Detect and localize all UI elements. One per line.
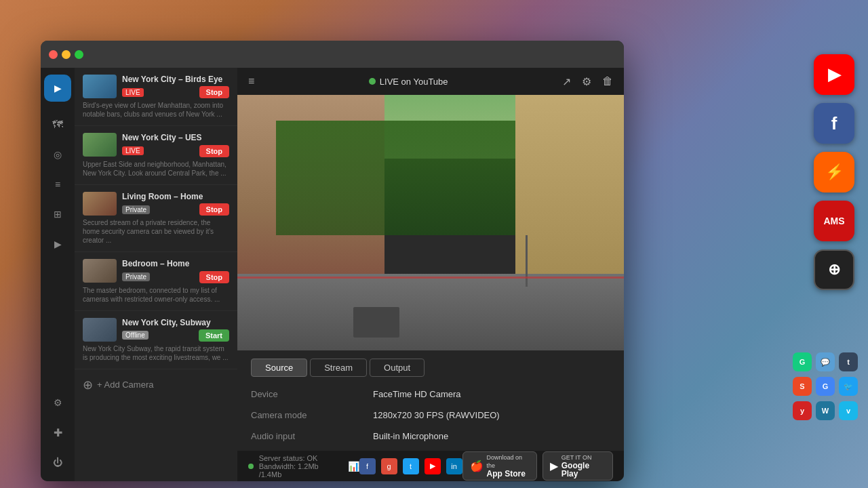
bandwidth-label: Bandwidth: 1.2Mb /1.4Mb (259, 462, 340, 479)
settings-button[interactable]: ⚙ (582, 75, 591, 88)
mini-icons-row-1: G 💬 t (793, 352, 858, 371)
top-bar-left: ≡ (248, 75, 254, 87)
bottom-panel: Source Stream Output Device FaceTime HD … (237, 350, 624, 451)
tab-source[interactable]: Source (251, 359, 307, 377)
target-desktop-icon[interactable]: ⊕ (814, 249, 854, 290)
ams-desktop-icon[interactable]: AMS (814, 201, 854, 241)
app-store-text: Download on the App Store (487, 454, 530, 478)
top-bar-actions: ↗ ⚙ 🗑 (562, 75, 613, 88)
camera-status-5: Offline (122, 331, 149, 340)
app-store-name: App Store (487, 470, 530, 478)
bandwidth-icon: 📊 (348, 461, 359, 472)
google-play-badge[interactable]: ▶ GET IT ON Google Play (542, 451, 613, 481)
sidebar-item-location[interactable]: ◎ (45, 142, 70, 167)
app-store-badge[interactable]: 🍎 Download on the App Store (462, 451, 537, 481)
close-button[interactable] (49, 50, 58, 59)
sidebar-item-map[interactable]: 🗺 (45, 113, 70, 137)
sidebar-logo[interactable]: ▶ (44, 75, 71, 102)
audio-input-label: Audio input (251, 430, 373, 443)
footer-twitter-icon[interactable]: t (403, 458, 419, 474)
camera-info-4: Bedroom – Home Private Stop (122, 259, 229, 283)
settings-icon: ⚙ (54, 397, 62, 408)
camera-desc-3: Secured stream of a private residence, t… (83, 218, 229, 245)
camera-title-5: New York City, Subway (122, 318, 229, 327)
camera-title-4: Bedroom – Home (122, 259, 229, 268)
accent-bar (237, 277, 624, 279)
footer-left: Server status: OK Bandwidth: 1.2Mb /1.4M… (248, 454, 359, 479)
camera-stop-btn-3[interactable]: Stop (199, 203, 229, 216)
camera-mode-value: 868x488 30 FPS (RAWVIDEO) (373, 409, 610, 422)
add-camera-icon: ⊕ (83, 378, 93, 392)
camera-status-row-4: Private Stop (122, 271, 229, 283)
camera-item-top-2: New York City – UES LIVE Stop (83, 133, 229, 157)
facebook-icon: f (831, 113, 837, 134)
grammarly-icon[interactable]: G (793, 352, 812, 371)
street (237, 274, 624, 350)
map-icon: 🗺 (52, 119, 63, 131)
sidebar-item-broadcast[interactable]: ▶ (45, 232, 70, 256)
camera-item-top-1: New York City – Birds Eye LIVE Stop (83, 75, 229, 98)
app-window: ▶ 🗺 ◎ ≡ ⊞ ▶ ⚙ ✚ (41, 41, 624, 481)
mini-icons-group: G 💬 t S G 🐦 y W v (793, 352, 858, 420)
facebook-desktop-icon[interactable]: f (814, 103, 854, 144)
yelp-icon[interactable]: y (793, 401, 812, 420)
stumble-icon[interactable]: S (793, 377, 812, 396)
camera-thumb-4 (83, 259, 117, 283)
sidebar-item-list[interactable]: ≡ (45, 172, 70, 197)
camera-stop-btn-4[interactable]: Stop (199, 271, 229, 283)
youtube-desktop-icon[interactable]: ▶ (814, 54, 854, 95)
share-button[interactable]: ↗ (562, 75, 571, 88)
vimeo-icon[interactable]: v (839, 401, 858, 420)
menu-icon: ≡ (248, 75, 254, 87)
broadcast-icon: ▶ (54, 239, 62, 249)
list-icon: ≡ (55, 179, 60, 190)
camera-item-1[interactable]: New York City – Birds Eye LIVE Stop Bird… (75, 68, 237, 126)
camera-item-5[interactable]: New York City, Subway Offline Start New … (75, 311, 237, 369)
camera-status-3: Private (122, 205, 150, 214)
live-indicator: LIVE on YouTube (369, 77, 448, 87)
minimize-button[interactable] (62, 50, 71, 59)
camera-thumb-1 (83, 75, 117, 98)
twitter-mini-icon[interactable]: 🐦 (839, 377, 858, 396)
camera-stop-btn-2[interactable]: Stop (199, 145, 229, 157)
app-store-sublabel: Download on the (487, 454, 530, 470)
camera-status-row-2: LIVE Stop (122, 145, 229, 157)
footer-linkedin-icon[interactable]: in (446, 458, 462, 474)
window-buttons (49, 50, 83, 59)
sidebar-item-add[interactable]: ✚ (45, 420, 70, 445)
message-icon[interactable]: 💬 (816, 352, 835, 371)
camera-thumb-2 (83, 133, 117, 157)
camera-status-row-1: LIVE Stop (122, 86, 229, 98)
google-icon[interactable]: G (816, 377, 835, 396)
camera-item-3[interactable]: Living Room – Home Private Stop Secured … (75, 185, 237, 252)
audio-input-value: Built-in Microphone (373, 430, 610, 443)
delete-button[interactable]: 🗑 (602, 75, 613, 87)
add-camera-button[interactable]: ⊕ + Add Camera (75, 369, 237, 401)
camera-start-btn-5[interactable]: Start (199, 329, 229, 342)
sidebar-item-grid[interactable]: ⊞ (45, 202, 70, 226)
title-bar (41, 41, 624, 68)
thunder-desktop-icon[interactable]: ⚡ (814, 152, 854, 192)
camera-desc-2: Upper East Side and neighborhood, Manhat… (83, 160, 229, 178)
footer-google-icon[interactable]: g (381, 458, 397, 474)
sidebar: ▶ 🗺 ◎ ≡ ⊞ ▶ ⚙ ✚ (41, 68, 75, 481)
live-dot (369, 78, 376, 85)
maximize-button[interactable] (75, 50, 83, 59)
camera-item-4[interactable]: Bedroom – Home Private Stop The master b… (75, 252, 237, 310)
tumblr-icon[interactable]: t (839, 352, 858, 371)
ams-label: AMS (823, 216, 844, 226)
sidebar-item-power[interactable]: ⏻ (45, 450, 70, 474)
desktop-icons-panel: ▶ f ⚡ AMS ⊕ (814, 54, 854, 290)
camera-status-row-3: Private Stop (122, 203, 229, 216)
tab-output[interactable]: Output (370, 359, 425, 377)
sidebar-item-settings[interactable]: ⚙ (45, 390, 70, 415)
camera-stop-btn-1[interactable]: Stop (199, 86, 229, 98)
wordpress-icon[interactable]: W (816, 401, 835, 420)
camera-status-row-5: Offline Start (122, 329, 229, 342)
camera-item-2[interactable]: New York City – UES LIVE Stop Upper East… (75, 126, 237, 184)
footer-facebook-icon[interactable]: f (359, 458, 376, 474)
footer-youtube-icon[interactable]: ▶ (425, 458, 441, 474)
mini-icons-row-2: S G 🐦 (793, 377, 858, 396)
camera-status-2: LIVE (122, 146, 144, 155)
tab-stream[interactable]: Stream (310, 359, 367, 377)
